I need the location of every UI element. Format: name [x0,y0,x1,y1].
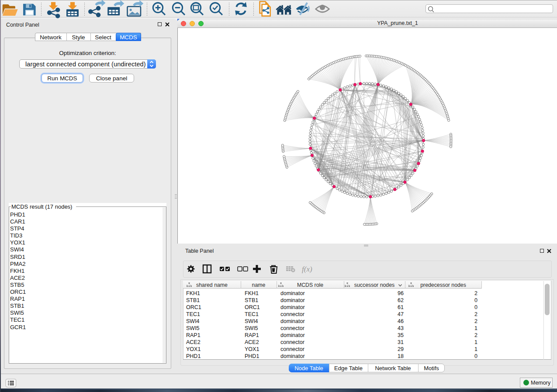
svg-text:f(x): f(x) [302,265,312,273]
